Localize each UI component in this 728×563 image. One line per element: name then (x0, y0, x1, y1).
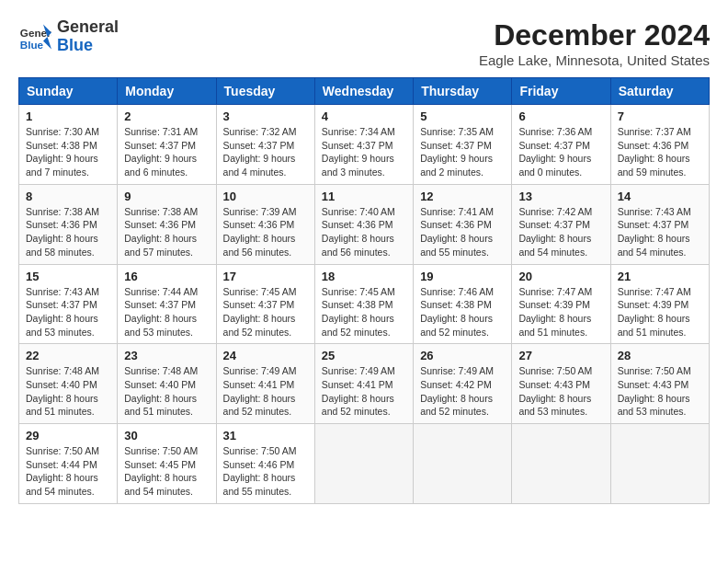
day-info: Sunrise: 7:48 AMSunset: 4:40 PMDaylight:… (124, 364, 209, 419)
logo: General Blue General Blue (18, 18, 119, 55)
day-number: 15 (26, 270, 110, 283)
day-info: Sunrise: 7:50 AMSunset: 4:44 PMDaylight:… (26, 444, 110, 499)
calendar-week-row: 29Sunrise: 7:50 AMSunset: 4:44 PMDayligh… (19, 424, 710, 504)
calendar-day-cell (512, 424, 610, 504)
calendar-table: SundayMondayTuesdayWednesdayThursdayFrid… (18, 77, 710, 504)
weekday-header: Monday (118, 78, 216, 105)
calendar-week-row: 8Sunrise: 7:38 AMSunset: 4:36 PMDaylight… (19, 184, 710, 264)
calendar-day-cell: 17Sunrise: 7:45 AMSunset: 4:37 PMDayligh… (216, 264, 314, 344)
calendar-day-cell (610, 424, 709, 504)
calendar-day-cell: 14Sunrise: 7:43 AMSunset: 4:37 PMDayligh… (610, 184, 709, 264)
day-info: Sunrise: 7:43 AMSunset: 4:37 PMDaylight:… (26, 285, 110, 339)
logo-icon: General Blue (18, 20, 51, 53)
calendar-day-cell: 3Sunrise: 7:32 AMSunset: 4:37 PMDaylight… (216, 105, 314, 185)
day-number: 19 (420, 270, 505, 283)
calendar-day-cell: 1Sunrise: 7:30 AMSunset: 4:38 PMDaylight… (19, 105, 118, 185)
day-info: Sunrise: 7:34 AMSunset: 4:37 PMDaylight:… (322, 125, 406, 179)
weekday-header: Friday (512, 78, 610, 105)
day-number: 2 (124, 109, 209, 123)
calendar-day-cell: 4Sunrise: 7:34 AMSunset: 4:37 PMDaylight… (314, 105, 413, 185)
day-number: 30 (124, 429, 209, 442)
svg-text:Blue: Blue (20, 38, 44, 50)
day-info: Sunrise: 7:50 AMSunset: 4:45 PMDaylight:… (124, 444, 209, 499)
day-info: Sunrise: 7:44 AMSunset: 4:37 PMDaylight:… (124, 285, 209, 339)
day-info: Sunrise: 7:50 AMSunset: 4:43 PMDaylight:… (518, 364, 603, 419)
calendar-day-cell: 5Sunrise: 7:35 AMSunset: 4:37 PMDaylight… (414, 105, 512, 185)
calendar-day-cell: 2Sunrise: 7:31 AMSunset: 4:37 PMDaylight… (118, 105, 216, 185)
day-number: 9 (124, 190, 209, 203)
day-number: 13 (518, 190, 603, 203)
calendar-day-cell: 10Sunrise: 7:39 AMSunset: 4:36 PMDayligh… (216, 184, 314, 264)
calendar-day-cell: 7Sunrise: 7:37 AMSunset: 4:36 PMDaylight… (610, 105, 709, 185)
day-number: 25 (322, 349, 406, 362)
day-number: 17 (223, 270, 308, 283)
calendar-day-cell: 21Sunrise: 7:47 AMSunset: 4:39 PMDayligh… (610, 264, 709, 344)
day-number: 27 (518, 349, 603, 362)
day-number: 14 (618, 190, 702, 203)
day-number: 7 (618, 109, 702, 123)
day-info: Sunrise: 7:50 AMSunset: 4:46 PMDaylight:… (223, 444, 308, 499)
weekday-header: Saturday (610, 78, 709, 105)
logo-line1: General (57, 18, 119, 37)
day-number: 6 (518, 109, 603, 123)
day-number: 26 (420, 349, 505, 362)
day-info: Sunrise: 7:37 AMSunset: 4:36 PMDaylight:… (618, 125, 702, 179)
day-info: Sunrise: 7:45 AMSunset: 4:37 PMDaylight:… (223, 285, 308, 339)
calendar-day-cell (414, 424, 512, 504)
day-info: Sunrise: 7:41 AMSunset: 4:36 PMDaylight:… (420, 205, 505, 259)
calendar-day-cell: 6Sunrise: 7:36 AMSunset: 4:37 PMDaylight… (512, 105, 610, 185)
day-number: 18 (322, 270, 406, 283)
calendar-week-row: 1Sunrise: 7:30 AMSunset: 4:38 PMDaylight… (19, 105, 710, 185)
day-info: Sunrise: 7:45 AMSunset: 4:38 PMDaylight:… (322, 285, 406, 339)
calendar-day-cell: 19Sunrise: 7:46 AMSunset: 4:38 PMDayligh… (414, 264, 512, 344)
calendar-week-row: 22Sunrise: 7:48 AMSunset: 4:40 PMDayligh… (19, 344, 710, 424)
day-info: Sunrise: 7:36 AMSunset: 4:37 PMDaylight:… (518, 125, 603, 179)
day-info: Sunrise: 7:38 AMSunset: 4:36 PMDaylight:… (26, 205, 110, 259)
calendar-day-cell: 25Sunrise: 7:49 AMSunset: 4:41 PMDayligh… (314, 344, 413, 424)
day-info: Sunrise: 7:43 AMSunset: 4:37 PMDaylight:… (618, 205, 702, 259)
calendar-day-cell: 30Sunrise: 7:50 AMSunset: 4:45 PMDayligh… (118, 424, 216, 504)
day-number: 10 (223, 190, 308, 203)
calendar-day-cell: 24Sunrise: 7:49 AMSunset: 4:41 PMDayligh… (216, 344, 314, 424)
calendar-day-cell: 22Sunrise: 7:48 AMSunset: 4:40 PMDayligh… (19, 344, 118, 424)
logo-line2: Blue (57, 37, 119, 55)
calendar-day-cell: 27Sunrise: 7:50 AMSunset: 4:43 PMDayligh… (512, 344, 610, 424)
day-number: 29 (26, 429, 110, 442)
calendar-day-cell: 11Sunrise: 7:40 AMSunset: 4:36 PMDayligh… (314, 184, 413, 264)
calendar-day-cell: 20Sunrise: 7:47 AMSunset: 4:39 PMDayligh… (512, 264, 610, 344)
logo-text: General Blue (57, 18, 119, 55)
day-info: Sunrise: 7:38 AMSunset: 4:36 PMDaylight:… (124, 205, 209, 259)
calendar-day-cell: 15Sunrise: 7:43 AMSunset: 4:37 PMDayligh… (19, 264, 118, 344)
day-number: 8 (26, 190, 110, 203)
day-info: Sunrise: 7:32 AMSunset: 4:37 PMDaylight:… (223, 125, 308, 179)
day-info: Sunrise: 7:47 AMSunset: 4:39 PMDaylight:… (618, 285, 702, 339)
day-number: 3 (223, 109, 308, 123)
day-info: Sunrise: 7:40 AMSunset: 4:36 PMDaylight:… (322, 205, 406, 259)
calendar-day-cell: 16Sunrise: 7:44 AMSunset: 4:37 PMDayligh… (118, 264, 216, 344)
weekday-header: Sunday (19, 78, 118, 105)
day-info: Sunrise: 7:49 AMSunset: 4:42 PMDaylight:… (420, 364, 505, 419)
day-info: Sunrise: 7:30 AMSunset: 4:38 PMDaylight:… (26, 125, 110, 179)
calendar-header-row: SundayMondayTuesdayWednesdayThursdayFrid… (19, 78, 710, 105)
day-info: Sunrise: 7:42 AMSunset: 4:37 PMDaylight:… (518, 205, 603, 259)
day-number: 28 (618, 349, 702, 362)
calendar-day-cell: 28Sunrise: 7:50 AMSunset: 4:43 PMDayligh… (610, 344, 709, 424)
calendar-day-cell: 31Sunrise: 7:50 AMSunset: 4:46 PMDayligh… (216, 424, 314, 504)
calendar-day-cell: 13Sunrise: 7:42 AMSunset: 4:37 PMDayligh… (512, 184, 610, 264)
day-info: Sunrise: 7:35 AMSunset: 4:37 PMDaylight:… (420, 125, 505, 179)
day-info: Sunrise: 7:46 AMSunset: 4:38 PMDaylight:… (420, 285, 505, 339)
day-number: 5 (420, 109, 505, 123)
day-number: 31 (223, 429, 308, 442)
calendar-week-row: 15Sunrise: 7:43 AMSunset: 4:37 PMDayligh… (19, 264, 710, 344)
calendar-day-cell: 26Sunrise: 7:49 AMSunset: 4:42 PMDayligh… (414, 344, 512, 424)
day-number: 4 (322, 109, 406, 123)
weekday-header: Wednesday (314, 78, 413, 105)
title-block: December 2024 Eagle Lake, Minnesota, Uni… (479, 18, 710, 68)
day-number: 21 (618, 270, 702, 283)
calendar-day-cell: 8Sunrise: 7:38 AMSunset: 4:36 PMDaylight… (19, 184, 118, 264)
day-number: 24 (223, 349, 308, 362)
day-info: Sunrise: 7:31 AMSunset: 4:37 PMDaylight:… (124, 125, 209, 179)
calendar-day-cell: 29Sunrise: 7:50 AMSunset: 4:44 PMDayligh… (19, 424, 118, 504)
day-info: Sunrise: 7:49 AMSunset: 4:41 PMDaylight:… (322, 364, 406, 419)
day-info: Sunrise: 7:39 AMSunset: 4:36 PMDaylight:… (223, 205, 308, 259)
